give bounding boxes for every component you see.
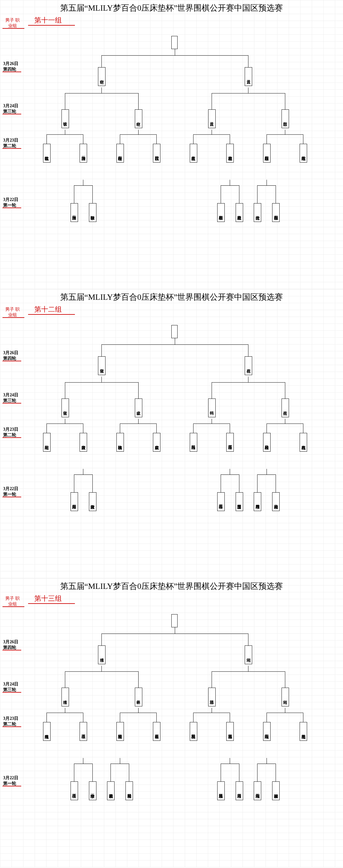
player-node: 蒋辰中三段 <box>153 722 161 741</box>
player-node: 李雨昂四段 <box>254 492 261 511</box>
player-node: 张紫良 <box>62 399 69 417</box>
player-node: 马靖原初段 <box>272 492 280 511</box>
player-node: 柁嘉熹九段 <box>300 433 307 452</box>
player-node: 张延赪初段 <box>272 781 280 800</box>
player-node: 郑载想 <box>281 110 289 128</box>
player-node: 古灵益 <box>245 67 252 86</box>
player-node: 周逵四段 <box>236 781 243 800</box>
title: 第五届“MLILY梦百合0压床垫杯”世界围棋公开赛中国区预选赛 <box>0 2 343 13</box>
player-node: 蒋辰中 <box>135 688 142 706</box>
player-node: 唐天源初段 <box>107 781 114 800</box>
player-node: 张歆宇初段 <box>89 203 97 222</box>
player-node: 王硕五段 <box>71 781 78 800</box>
player-node: 李建宇二段 <box>89 781 97 800</box>
player-node: 刘曦 <box>245 646 252 664</box>
player-node: 王春晖二段 <box>226 433 234 452</box>
player-node: 刘曦五段 <box>254 781 261 800</box>
round-label: 3月22日第一轮 <box>3 197 19 208</box>
group-label: 第十三组 <box>34 594 62 603</box>
player-node: 赵中暄 <box>135 110 142 128</box>
player-node: 张紫良六段 <box>89 492 97 511</box>
title: 第五届“MLILY梦百合0压床垫杯”世界围棋公开赛中国区预选赛 <box>0 291 343 303</box>
round-label: 3月26日第四轮 <box>3 639 19 650</box>
player-node: 王春晖二段 <box>217 492 225 511</box>
round-label: 3月22日第一轮 <box>3 775 19 786</box>
player-node: 曹潇阳五段 <box>236 492 243 511</box>
category-label: 男子 职业组 <box>5 596 20 607</box>
player-node: 曾渊海二段 <box>71 203 78 222</box>
player-node: 韩墨阳初段 <box>126 781 133 800</box>
player-node: 何旸五段 <box>190 433 197 452</box>
player-node: 邬光亚七段 <box>300 722 307 741</box>
player-node: 李维清 <box>98 646 105 664</box>
player-node: 代智宸三段 <box>153 144 161 162</box>
player-node: 王禹程初段 <box>190 722 197 741</box>
player-node: 古灵益七段 <box>190 144 197 162</box>
round-label: 3月22日第一轮 <box>3 486 19 497</box>
round-label: 3月24日第三轮 <box>3 392 19 404</box>
round-label: 3月24日第三轮 <box>3 103 19 115</box>
player-node: 张紫良 <box>98 356 105 375</box>
round-label: 3月26日第四轮 <box>3 350 19 361</box>
player-node: 赵中暄 <box>98 67 105 86</box>
winner-slot <box>171 614 178 627</box>
title: 第五届“MLILY梦百合0压床垫杯”世界围棋公开赛中国区预选赛 <box>0 581 343 592</box>
round-label: 3月23日第二轮 <box>3 137 19 149</box>
player-node: 郑载想四段 <box>263 144 271 162</box>
player-node: 仇玫林初段 <box>116 433 124 452</box>
winner-slot <box>171 36 178 49</box>
player-node: 柁嘉熹 <box>281 399 289 417</box>
round-label: 3月23日第二轮 <box>3 427 19 438</box>
player-node: 韩恩溢三段 <box>217 781 225 800</box>
player-node: 郑载想四段 <box>272 203 280 222</box>
player-node: 何旸 <box>208 399 216 417</box>
player-node: 李维清九段 <box>43 722 50 741</box>
player-node: 赵中暄四段 <box>116 144 124 162</box>
category-label: 男子 职业组 <box>5 18 20 29</box>
player-node: 尹成志初段 <box>226 144 234 162</box>
player-node: 曾渊海二段 <box>79 144 87 162</box>
player-node: 李钦诚九段 <box>43 144 50 162</box>
player-node: 陈玉侬七段 <box>300 144 307 162</box>
player-node: 韩恩溢 <box>208 688 216 706</box>
round-label: 3月23日第二轮 <box>3 716 19 727</box>
player-node: 李成森六段 <box>153 433 161 452</box>
player-node: 韩墨阳初段 <box>116 722 124 741</box>
player-node: 王硕五段 <box>79 722 87 741</box>
round-label: 3月24日第三轮 <box>3 681 19 693</box>
player-node: 尹成志初段 <box>236 203 243 222</box>
player-node: 马靖原初段 <box>263 433 271 452</box>
player-node: 韩恩溢三段 <box>226 722 234 741</box>
player-node: 古灵益 <box>208 110 216 128</box>
player-node: 刘星七段 <box>43 433 50 452</box>
category-label: 男子 职业组 <box>5 307 20 318</box>
winner-slot <box>171 325 178 338</box>
group-label: 第十一组 <box>34 16 62 25</box>
player-node: 刘曦 <box>281 688 289 706</box>
player-node: 郑胥四段 <box>71 492 78 511</box>
group-label: 第十二组 <box>34 305 62 314</box>
player-node: 柁嘉熹 <box>245 356 252 375</box>
player-node: 李星彤初段 <box>217 203 225 222</box>
player-node: 刘曦五段 <box>263 722 271 741</box>
player-node: 李钦诚 <box>62 110 69 128</box>
round-label: 3月26日第四轮 <box>3 61 19 72</box>
player-node: 李成森 <box>135 399 142 417</box>
player-node: 李维清 <box>62 688 69 706</box>
player-node: 张紫良六段 <box>79 433 87 452</box>
player-node: 方捷七段 <box>254 203 261 222</box>
